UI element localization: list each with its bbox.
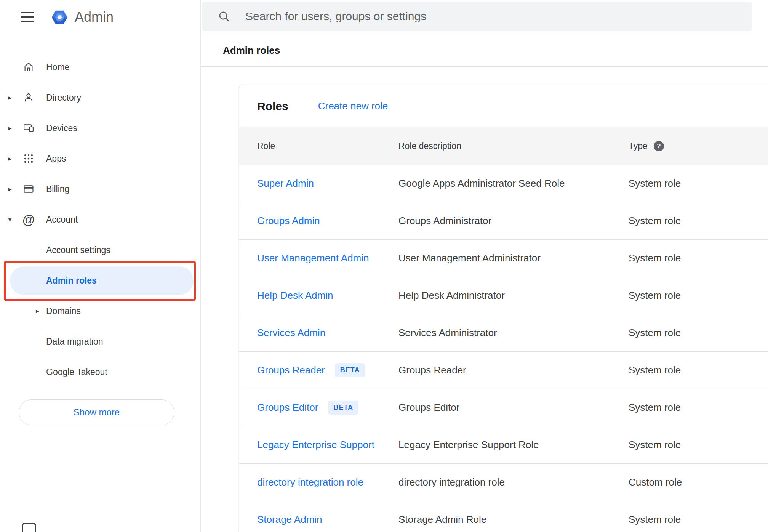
sidebar-item-label: Admin roles [46, 276, 97, 286]
menu-bar [21, 12, 34, 13]
chevron-down-icon [5, 216, 14, 223]
partial-bottom-icon [22, 523, 36, 532]
role-description: Help Desk Administrator [398, 290, 629, 301]
sidebar-item-label: Google Takeout [46, 367, 107, 377]
sidebar-item-account-settings[interactable]: Account settings [0, 235, 200, 265]
chevron-right-icon [5, 186, 14, 192]
search-input[interactable] [245, 10, 752, 23]
active-item-pill: Admin roles [10, 266, 194, 295]
person-icon [23, 91, 34, 104]
sidebar-item-domains[interactable]: Domains [0, 296, 200, 326]
role-type: System role [629, 402, 768, 413]
column-header-role: Role [239, 141, 398, 151]
sidebar-item-label: Billing [46, 184, 69, 194]
role-type: System role [629, 327, 768, 339]
role-link[interactable]: Super Admin [257, 178, 314, 189]
home-icon [23, 61, 34, 74]
sidebar-nav: Home Directory Devices [0, 52, 200, 425]
show-more-button[interactable]: Show more [19, 399, 174, 425]
role-link[interactable]: Groups Editor [257, 402, 318, 413]
app-title: Admin [75, 9, 114, 25]
chevron-right-icon [5, 155, 14, 162]
role-description: User Management Administrator [398, 252, 629, 264]
sidebar-item-label: Account [46, 215, 78, 225]
role-description: Groups Editor [398, 402, 629, 413]
chevron-right-icon [36, 308, 42, 314]
role-link[interactable]: Groups Reader [257, 364, 325, 376]
help-icon[interactable] [654, 141, 664, 151]
sidebar-item-directory[interactable]: Directory [0, 82, 200, 113]
devices-icon [23, 122, 34, 135]
role-type: System role [629, 252, 768, 264]
admin-hexagon-icon [49, 7, 70, 28]
column-header-type-label: Type [629, 141, 648, 151]
role-type: Custom role [629, 476, 768, 488]
sidebar-item-apps[interactable]: Apps [0, 143, 200, 174]
role-link[interactable]: Services Admin [257, 327, 325, 339]
sidebar-item-label: Account settings [46, 245, 110, 255]
search-bar[interactable] [202, 2, 752, 31]
sidebar-item-label: Devices [46, 123, 77, 133]
sidebar-item-billing[interactable]: Billing [0, 174, 200, 204]
sidebar-item-label: Domains [46, 306, 81, 316]
table-row: Groups Editor BETA Groups Editor System … [239, 389, 768, 426]
sidebar-header: Admin [0, 0, 200, 34]
table-header-row: Role Role description Type [239, 127, 768, 165]
beta-badge: BETA [328, 401, 358, 415]
sidebar-item-home[interactable]: Home [0, 52, 200, 82]
sidebar-item-data-migration[interactable]: Data migration [0, 326, 200, 357]
chevron-right-icon [5, 95, 14, 101]
table-row: Legacy Enterprise Support Legacy Enterpr… [239, 426, 768, 464]
breadcrumb: Admin roles [223, 45, 280, 56]
role-type: System role [629, 215, 768, 227]
role-description: Storage Admin Role [398, 514, 629, 526]
search-icon [218, 10, 230, 22]
sidebar-item-label: Apps [46, 154, 66, 164]
role-link[interactable]: directory integration role [257, 476, 363, 488]
role-type: System role [629, 514, 768, 526]
beta-badge: BETA [335, 363, 365, 377]
sidebar: Admin Home Directory [0, 0, 201, 532]
breadcrumb-row: Admin roles [201, 34, 768, 67]
sidebar-item-label: Home [46, 62, 69, 72]
role-link[interactable]: Storage Admin [257, 514, 322, 526]
menu-bar [21, 21, 34, 22]
role-link[interactable]: User Management Admin [257, 252, 369, 264]
role-link[interactable]: Help Desk Admin [257, 290, 333, 301]
table-row: Super Admin Google Apps Administrator Se… [239, 165, 768, 202]
admin-console-screen: Admin Home Directory [0, 0, 768, 532]
role-description: Groups Reader [398, 364, 629, 376]
role-description: Google Apps Administrator Seed Role [398, 178, 629, 189]
role-type: System role [629, 364, 768, 376]
table-row: User Management Admin User Management Ad… [239, 240, 768, 277]
table-row: Services Admin Services Administrator Sy… [239, 314, 768, 352]
apps-grid-icon [23, 152, 34, 165]
sidebar-item-label: Directory [46, 93, 81, 103]
sidebar-item-label: Data migration [46, 337, 103, 347]
admin-logo[interactable]: Admin [49, 7, 114, 28]
roles-card: Roles Create new role Role Role descript… [239, 85, 768, 532]
role-description: Legacy Enterprise Support Role [398, 439, 629, 451]
role-type: System role [629, 439, 768, 451]
role-link[interactable]: Groups Admin [257, 215, 320, 227]
sidebar-item-google-takeout[interactable]: Google Takeout [0, 357, 200, 387]
column-header-description: Role description [398, 141, 629, 151]
menu-bar [21, 16, 34, 18]
roles-card-header: Roles Create new role [239, 85, 768, 127]
role-description: Groups Administrator [398, 215, 629, 227]
billing-card-icon [23, 183, 34, 195]
menu-icon[interactable] [21, 12, 34, 22]
table-row: directory integration role directory int… [239, 464, 768, 501]
role-type: System role [629, 178, 768, 189]
create-new-role-link[interactable]: Create new role [318, 100, 388, 112]
table-row: Groups Admin Groups Administrator System… [239, 202, 768, 240]
role-description: Services Administrator [398, 327, 629, 339]
sidebar-item-admin-roles[interactable]: Admin roles [0, 265, 200, 296]
table-row: Storage Admin Storage Admin Role System … [239, 501, 768, 532]
table-row: Groups Reader BETA Groups Reader System … [239, 352, 768, 389]
sidebar-item-account[interactable]: Account [0, 204, 200, 235]
roles-title: Roles [257, 100, 288, 113]
role-description: directory integration role [398, 476, 629, 488]
role-link[interactable]: Legacy Enterprise Support [257, 439, 374, 451]
sidebar-item-devices[interactable]: Devices [0, 113, 200, 143]
